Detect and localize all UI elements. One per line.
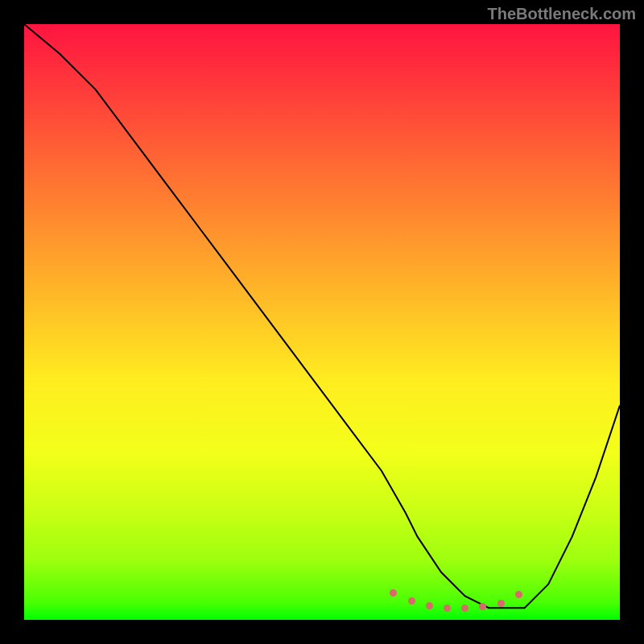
min-dot [426,602,433,609]
min-dot [461,605,469,612]
watermark-text: TheBottleneck.com [488,5,636,23]
min-dot [444,605,451,612]
min-dot [408,597,415,605]
bottleneck-curve [24,24,620,608]
min-dot [497,600,505,607]
curve-layer [24,24,620,620]
